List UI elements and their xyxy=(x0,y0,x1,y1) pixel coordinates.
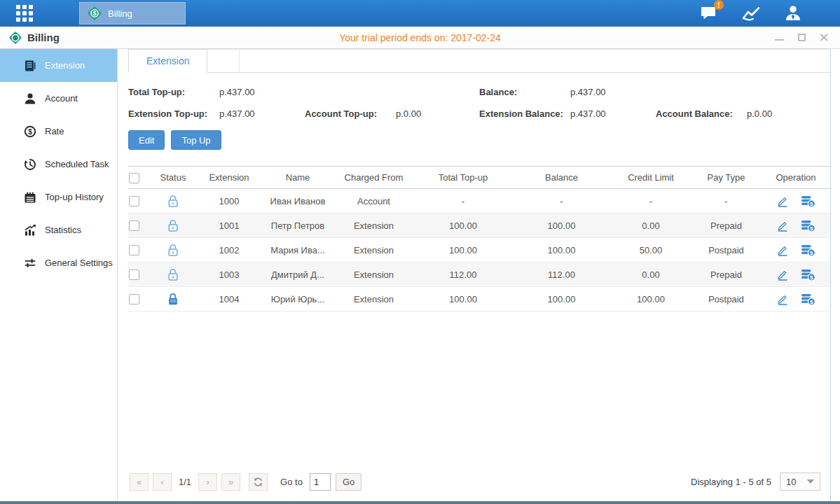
sidebar-item-label: Account xyxy=(45,93,78,104)
maximize-button[interactable] xyxy=(797,33,806,43)
top-up-record-icon[interactable]: $ xyxy=(801,293,815,306)
tab-extension-label: Extension xyxy=(146,55,189,66)
messages-icon[interactable]: ! xyxy=(696,3,722,24)
lock-open-icon xyxy=(167,219,179,232)
svg-text:$: $ xyxy=(93,10,97,17)
sidebar-item-extension[interactable]: Extension xyxy=(0,49,117,82)
sidebar-item-scheduled-task[interactable]: Scheduled Task xyxy=(0,148,117,181)
sidebar-item-label: Top-up History xyxy=(45,192,104,202)
extension-topup-label: Extension Top-up: xyxy=(128,108,219,119)
action-buttons: Edit Top Up xyxy=(128,130,830,150)
summary-panel: Total Top-up: p.437.00 Extension Top-up:… xyxy=(128,81,830,125)
sidebar-item-general-settings[interactable]: General Settings xyxy=(0,246,117,279)
top-up-record-icon[interactable]: $ xyxy=(801,219,815,232)
name-cell: Юрий Юрь... xyxy=(262,287,333,312)
balance-label: Balance: xyxy=(479,87,570,97)
credit-limit-cell: - xyxy=(611,189,691,214)
account-balance-label: Account Balance: xyxy=(656,108,747,119)
edit-record-icon[interactable] xyxy=(776,268,789,281)
go-button[interactable]: Go xyxy=(336,473,362,491)
edit-button[interactable]: Edit xyxy=(128,130,165,150)
pay-type-cell: Postpaid xyxy=(691,238,762,262)
user-icon[interactable] xyxy=(780,3,806,24)
refresh-button[interactable] xyxy=(249,473,268,491)
total-topup-cell: 112.00 xyxy=(414,262,512,287)
sidebar-item-label: General Settings xyxy=(45,258,113,268)
select-all-checkbox[interactable] xyxy=(129,173,139,183)
extension-cell: 1002 xyxy=(196,238,262,262)
prev-page-button[interactable]: ‹ xyxy=(153,473,172,491)
top-up-record-icon[interactable]: $ xyxy=(801,195,815,208)
extension-topup-value: p.437.00 xyxy=(219,108,305,119)
extension-cell: 1004 xyxy=(196,287,262,312)
goto-page-input[interactable] xyxy=(310,473,331,491)
statistics-chart-icon[interactable] xyxy=(738,3,764,24)
window-controls: ✕ xyxy=(774,33,840,43)
extension-cell: 1000 xyxy=(196,189,262,214)
page-size-select[interactable]: 10 xyxy=(780,472,820,491)
total-topup-cell: 100.00 xyxy=(414,238,512,262)
name-cell: Петр Петров xyxy=(262,214,333,238)
page-indicator: 1/1 xyxy=(179,477,191,487)
pay-type-cell: Postpaid xyxy=(691,287,762,312)
col-pay-type: Pay Type xyxy=(691,167,762,189)
lock-closed-icon xyxy=(167,293,179,306)
topup-history-notepad-icon xyxy=(23,190,36,204)
edit-record-icon[interactable] xyxy=(776,293,789,305)
top-up-record-icon[interactable]: $ xyxy=(801,268,815,281)
balance-value: p.437.00 xyxy=(570,87,656,97)
row-checkbox[interactable] xyxy=(129,220,139,231)
account-topup-label: Account Top-up: xyxy=(305,108,396,119)
chevron-down-icon xyxy=(807,479,814,484)
sidebar-item-rate[interactable]: $ Rate xyxy=(0,115,117,148)
summary-left: Total Top-up: p.437.00 Extension Top-up:… xyxy=(128,81,479,125)
name-cell: Иван Иванов xyxy=(262,189,333,214)
balance-cell: 100.00 xyxy=(512,214,611,238)
tab-stub xyxy=(207,49,240,73)
tab-filler xyxy=(240,49,830,73)
credit-limit-cell: 100.00 xyxy=(611,287,691,312)
status-cell xyxy=(150,214,196,238)
sidebar-item-topup-history[interactable]: Top-up History xyxy=(0,181,117,214)
minimize-button[interactable] xyxy=(774,33,784,43)
edit-record-icon[interactable] xyxy=(776,219,789,232)
edit-record-icon[interactable] xyxy=(776,244,789,256)
sidebar-item-statistics[interactable]: Statistics xyxy=(0,214,117,246)
last-page-button[interactable]: » xyxy=(221,473,240,491)
credit-limit-cell: 0.00 xyxy=(611,262,691,287)
top-up-button[interactable]: Top Up xyxy=(171,130,221,150)
balance-cell: 112.00 xyxy=(512,262,611,287)
table-header-row: Status Extension Name Charged From Total… xyxy=(128,167,830,189)
row-checkbox[interactable] xyxy=(129,270,139,280)
balance-cell: - xyxy=(512,189,611,214)
apps-grid-icon[interactable] xyxy=(0,0,49,27)
first-page-button[interactable]: « xyxy=(130,473,149,491)
extension-cell: 1003 xyxy=(196,262,262,287)
sidebar-item-label: Rate xyxy=(45,126,64,136)
account-balance-value: p.0.00 xyxy=(747,108,830,119)
tab-extension[interactable]: Extension xyxy=(128,49,207,73)
balance-cell: 100.00 xyxy=(512,287,611,312)
content-spacer xyxy=(128,312,830,469)
sidebar: Extension Account $ Rat xyxy=(0,49,118,501)
row-checkbox[interactable] xyxy=(129,196,139,206)
lock-open-icon xyxy=(167,244,179,257)
row-checkbox[interactable] xyxy=(129,245,139,255)
total-topup-value: p.437.00 xyxy=(219,87,305,97)
statistics-bars-icon xyxy=(23,223,36,237)
top-up-record-icon[interactable]: $ xyxy=(801,244,815,257)
extension-balance-label: Extension Balance: xyxy=(479,108,570,119)
edit-record-icon[interactable] xyxy=(776,195,789,207)
billing-diamond-icon: $ xyxy=(8,31,22,45)
next-page-button[interactable]: › xyxy=(198,473,217,491)
billing-app: $ Billing ! xyxy=(0,0,840,504)
operation-cell: $ xyxy=(762,287,830,312)
row-checkbox[interactable] xyxy=(129,294,139,304)
close-button[interactable]: ✕ xyxy=(819,33,829,43)
sidebar-item-label: Statistics xyxy=(45,225,81,235)
sidebar-item-account[interactable]: Account xyxy=(0,82,117,115)
taskbar-billing-tab[interactable]: $ Billing xyxy=(79,2,186,24)
displaying-text: Displaying 1 - 5 of 5 xyxy=(691,477,771,487)
svg-text:$: $ xyxy=(28,127,32,135)
tab-strip: Extension xyxy=(128,49,830,73)
